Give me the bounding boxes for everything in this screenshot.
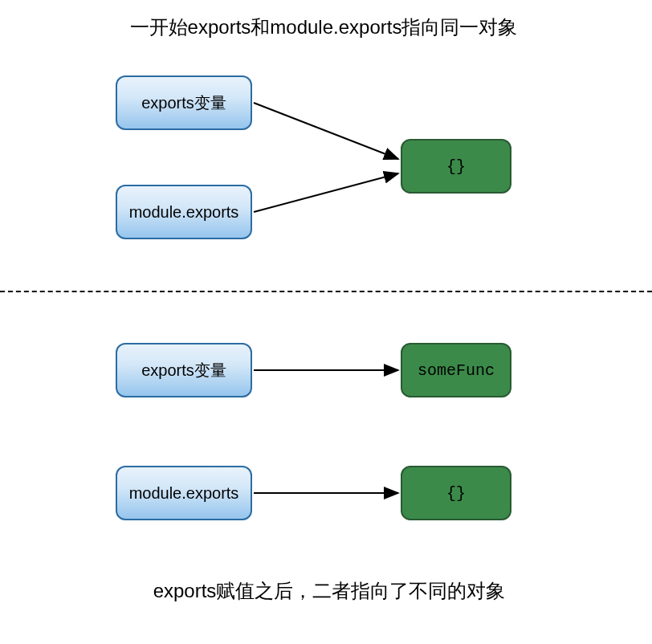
- box-module-exports-top: module.exports: [116, 185, 252, 239]
- box-module-exports-bottom: module.exports: [116, 466, 252, 520]
- box-exports-bottom: exports变量: [116, 343, 252, 397]
- arrow-module-to-object-top: [254, 173, 398, 212]
- title-top: 一开始exports和module.exports指向同一对象: [63, 14, 585, 40]
- divider-line: [0, 291, 652, 292]
- box-object-top: {}: [401, 139, 511, 194]
- box-object-bottom: {}: [401, 466, 511, 520]
- box-exports-top: exports变量: [116, 75, 252, 130]
- arrow-exports-to-object-top: [254, 103, 398, 159]
- box-somefunc: someFunc: [401, 343, 511, 397]
- arrows-layer: [0, 0, 652, 644]
- title-bottom: exports赋值之后，二者指向了不同的对象: [88, 578, 570, 604]
